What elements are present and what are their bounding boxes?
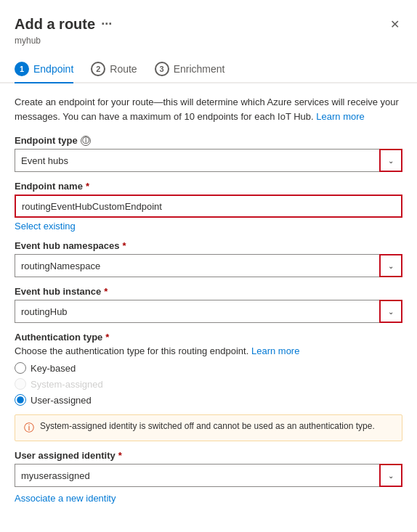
close-icon: ✕: [390, 17, 400, 31]
form-description: Create an endpoint for your route—this w…: [15, 95, 402, 123]
endpoint-name-required: *: [86, 181, 89, 192]
event-hub-namespaces-select[interactable]: routingNamespace: [15, 254, 379, 277]
auth-radio-group: Key-based System-assigned User-assigned: [15, 362, 402, 406]
step-route[interactable]: 2 Route: [91, 62, 137, 82]
step-circle-1: 1: [15, 62, 29, 76]
endpoint-name-label: Endpoint name *: [15, 181, 402, 192]
select-existing-link[interactable]: Select existing: [15, 221, 402, 232]
radio-key-based: Key-based: [15, 362, 402, 374]
user-assigned-identity-group: User assigned identity * myuserassigned …: [15, 450, 402, 504]
form-content: Create an endpoint for your route—this w…: [0, 95, 417, 527]
step-label-endpoint: Endpoint: [33, 63, 73, 75]
user-assigned-identity-select[interactable]: myuserassigned: [15, 464, 379, 487]
warning-icon: ⓘ: [24, 422, 34, 435]
system-assigned-label: System-assigned: [31, 379, 103, 390]
auth-type-required: *: [105, 332, 109, 343]
namespaces-chevron[interactable]: ⌄: [379, 254, 402, 277]
panel-subtitle: myhub: [15, 36, 402, 46]
event-hub-namespaces-label: Event hub namespaces *: [15, 240, 402, 251]
endpoint-type-group: Endpoint type ⓘ Event hubs Service Bus q…: [15, 135, 402, 172]
close-button[interactable]: ✕: [387, 15, 402, 34]
system-assigned-radio[interactable]: [15, 378, 26, 390]
event-hub-instance-label: Event hub instance *: [15, 286, 402, 297]
endpoint-type-info-icon[interactable]: ⓘ: [81, 136, 91, 146]
event-hub-instance-dropdown: routingHub ⌄: [15, 300, 402, 323]
key-based-label[interactable]: Key-based: [31, 363, 76, 374]
event-hub-instance-select[interactable]: routingHub: [15, 300, 379, 323]
event-hub-instance-group: Event hub instance * routingHub ⌄: [15, 286, 402, 323]
step-label-route: Route: [110, 63, 137, 75]
auth-description: Choose the authentication type for this …: [15, 345, 402, 356]
namespaces-required: *: [123, 240, 126, 251]
chevron-down-icon-4: ⌄: [388, 472, 394, 480]
endpoint-type-select[interactable]: Event hubs Service Bus queue Service Bus…: [15, 149, 379, 172]
endpoint-name-input[interactable]: [15, 195, 402, 218]
title-text: Add a route: [15, 16, 95, 33]
steps-row: 1 Endpoint 2 Route 3 Enrichment: [0, 54, 417, 83]
user-assigned-identity-label: User assigned identity *: [15, 450, 402, 461]
panel-header: Add a route ··· ✕ myhub: [0, 0, 417, 46]
info-banner-text: System-assigned identity is switched off…: [40, 421, 375, 431]
identity-chevron[interactable]: ⌄: [379, 464, 402, 487]
system-assigned-sublabel-row: System-assigned: [15, 378, 402, 390]
key-based-radio[interactable]: [15, 362, 26, 374]
radio-user-assigned: User-assigned: [15, 394, 402, 406]
info-banner: ⓘ System-assigned identity is switched o…: [15, 414, 402, 441]
identity-required: *: [118, 450, 122, 461]
auth-learn-more-link[interactable]: Learn more: [251, 345, 299, 356]
endpoint-name-group: Endpoint name * Select existing: [15, 181, 402, 232]
instance-required: *: [104, 286, 108, 297]
step-label-enrichment: Enrichment: [174, 63, 225, 75]
panel-title: Add a route ···: [15, 16, 112, 33]
title-ellipsis[interactable]: ···: [101, 17, 112, 32]
endpoint-type-label: Endpoint type ⓘ: [15, 135, 402, 146]
event-hub-namespaces-dropdown: routingNamespace ⌄: [15, 254, 402, 277]
instance-chevron[interactable]: ⌄: [379, 300, 402, 323]
step-circle-2: 2: [91, 62, 105, 76]
endpoint-type-chevron[interactable]: ⌄: [379, 149, 402, 172]
auth-type-group: Authentication type * Choose the authent…: [15, 332, 402, 406]
user-assigned-radio[interactable]: [15, 394, 26, 406]
chevron-down-icon-2: ⌄: [388, 262, 394, 270]
associate-link[interactable]: Associate a new identity: [15, 493, 402, 504]
user-assigned-identity-dropdown: myuserassigned ⌄: [15, 464, 402, 487]
step-endpoint[interactable]: 1 Endpoint: [15, 62, 73, 83]
user-assigned-label[interactable]: User-assigned: [31, 395, 92, 406]
event-hub-namespaces-group: Event hub namespaces * routingNamespace …: [15, 240, 402, 277]
step-enrichment[interactable]: 3 Enrichment: [155, 62, 225, 82]
auth-type-label: Authentication type *: [15, 332, 402, 343]
learn-more-link-1[interactable]: Learn more: [316, 111, 364, 122]
chevron-down-icon: ⌄: [388, 157, 394, 165]
add-route-panel: Add a route ··· ✕ myhub 1 Endpoint 2 Rou…: [0, 0, 417, 532]
chevron-down-icon-3: ⌄: [388, 308, 394, 316]
endpoint-type-dropdown: Event hubs Service Bus queue Service Bus…: [15, 149, 402, 172]
title-row: Add a route ··· ✕: [15, 15, 402, 34]
radio-system-assigned-item: System-assigned: [15, 378, 402, 390]
step-circle-3: 3: [155, 62, 169, 76]
